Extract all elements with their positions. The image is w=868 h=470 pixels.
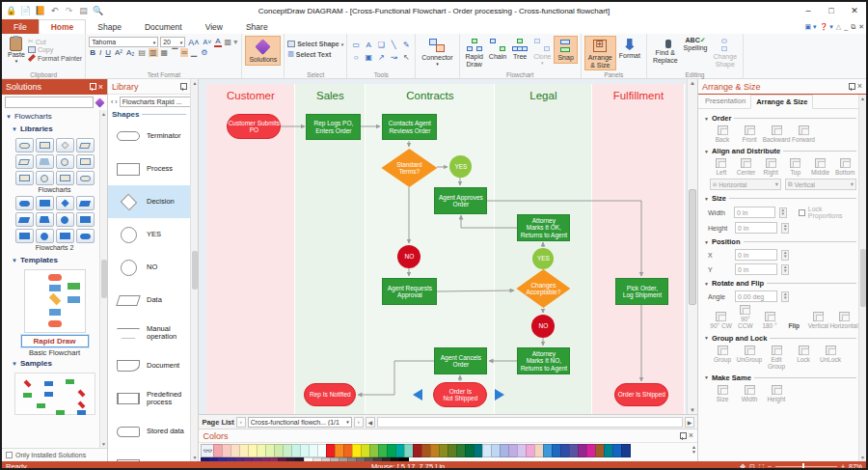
library-item-document[interactable]: Document (108, 349, 198, 382)
tree-button[interactable]: Tree (509, 36, 530, 62)
increase-font-icon[interactable]: A˄ (187, 38, 200, 47)
change-shape-button[interactable]: Change Shape (711, 36, 741, 69)
valign-middle-icon[interactable]: ═ (180, 48, 188, 57)
rotate-90-ccw-button[interactable]: 90° CCW (734, 305, 756, 329)
angle-spinner[interactable]: ▲▼ (781, 291, 789, 302)
vertical-distribute-combo[interactable]: ⧉Vertical▾ (785, 179, 856, 190)
flowchart-node[interactable]: Agent Cancels Order (434, 347, 487, 374)
align-bottom-button[interactable]: Bottom (833, 158, 856, 176)
flowchart-node[interactable]: Agent Approves Order (434, 187, 487, 214)
flip-horizontal-button[interactable]: Horizontal (831, 312, 856, 329)
tab-file[interactable]: File (2, 19, 39, 34)
curve-tool-icon[interactable]: ↝ (388, 51, 399, 63)
only-installed-checkbox[interactable] (6, 452, 13, 458)
library-scrollbar[interactable]: ▲▼ (190, 79, 198, 461)
italic-button[interactable]: I (98, 48, 102, 57)
cloud-icon[interactable]: △ (836, 23, 841, 31)
select-text-button[interactable]: ▥Select Text (287, 50, 343, 58)
library-grid-cell[interactable] (15, 154, 34, 169)
clone-button[interactable]: Clone▾ (530, 36, 554, 67)
flowchart-node[interactable]: NO (397, 245, 420, 268)
flowchart-node[interactable]: Standard Terms? (381, 149, 437, 187)
find-replace-button[interactable]: Find & Replace (650, 36, 681, 65)
flowchart-node[interactable]: Rep Is Notified (304, 383, 356, 406)
underline-button[interactable]: U (104, 48, 112, 57)
flowchart-node[interactable]: Attorney Marks It NO, Returns to Agent (517, 347, 570, 374)
angle-input[interactable]: 0.00 deg (735, 290, 777, 302)
close-icon[interactable]: × (857, 82, 862, 91)
connector-button[interactable]: Connector▾ (419, 36, 455, 68)
bold-button[interactable]: B (89, 48, 96, 57)
rapid-draw-template-button[interactable]: Rapid Draw (21, 335, 89, 347)
height-spinner[interactable]: ▲▼ (781, 223, 789, 234)
align-top-button[interactable]: Top (784, 158, 807, 176)
flowchart-node[interactable]: NO (531, 315, 555, 338)
make_same-size-button[interactable]: Size (710, 385, 735, 402)
order-backward-button[interactable]: Backward (764, 125, 789, 143)
lock-proportions-checkbox[interactable] (799, 209, 805, 216)
flowchart-node[interactable]: Contacts Agent Reviews Order (382, 114, 437, 140)
library-item-manual-operation[interactable]: Manual operation (108, 317, 198, 349)
group-lock-button[interactable]: Lock (791, 346, 816, 370)
color-swatch[interactable] (621, 444, 631, 457)
tab-home[interactable]: Home (39, 19, 87, 34)
text-tool-icon[interactable]: A (363, 39, 374, 50)
decrease-font-icon[interactable]: A˅ (202, 39, 212, 45)
library-grid-cell[interactable] (56, 212, 74, 227)
tree-node-libraries[interactable]: ▼Libraries (2, 123, 107, 135)
library-grid-cell[interactable] (76, 196, 95, 210)
valign-top-icon[interactable]: ▔ (171, 48, 178, 57)
canvas[interactable]: CustomerSalesContractsLegalFulfillment C… (199, 79, 697, 415)
library-shapes-section[interactable]: Shapes▲ (108, 109, 198, 120)
flowchart-node[interactable]: Pick Order, Log Shipment (615, 278, 668, 305)
library-item-data[interactable]: Data (108, 284, 198, 317)
library-grid-cell[interactable] (36, 212, 54, 227)
font-family-combo[interactable]: Tahoma▾ (89, 37, 158, 47)
align-middle-button[interactable]: Middle (809, 158, 832, 176)
align-center-icon[interactable]: ▥ (149, 48, 158, 57)
cut-button[interactable]: ✂Cut (28, 38, 82, 45)
font-size-combo[interactable]: 20▾ (160, 37, 185, 47)
minimize-button[interactable]: – (797, 3, 820, 18)
zoom-select-icon[interactable]: ⊡ (749, 463, 755, 470)
close-button[interactable]: ✕ (843, 3, 866, 18)
tree-node-samples[interactable]: ▼Samples (2, 357, 107, 370)
color-picker-icon[interactable]: 👓 (201, 444, 214, 457)
library-item-yes[interactable]: YES (108, 218, 198, 251)
library-grid-cell[interactable] (56, 229, 74, 243)
rotate-180--button[interactable]: 180 ° (758, 312, 780, 329)
font-color-icon[interactable]: A (214, 37, 221, 47)
library-collection-combo[interactable]: Flowcharts Rapid ...▾ (120, 97, 196, 107)
library-grid-cell[interactable] (36, 171, 54, 185)
width-spinner[interactable]: ▲▼ (779, 207, 787, 218)
pin-icon[interactable] (849, 83, 854, 91)
solutions-search-input[interactable] (5, 97, 94, 108)
tab-presentation[interactable]: Presentation (700, 95, 750, 108)
format-panel-button[interactable]: Format (616, 36, 643, 61)
library-grid-cell[interactable] (76, 138, 95, 152)
pen-tool-icon[interactable]: ✎ (400, 39, 412, 50)
text-settings-icon[interactable]: ⚙ (200, 48, 208, 57)
group-unlock-button[interactable]: UnLock (818, 346, 843, 370)
library-grid-cell[interactable] (76, 171, 95, 185)
zoom-in-icon[interactable]: + (841, 463, 845, 470)
arrange-scrollbar[interactable]: ▲▼ (858, 95, 866, 461)
callout-tool-icon[interactable]: ❏ (375, 39, 387, 50)
library-grid-cell[interactable] (36, 154, 54, 169)
flowchart-node[interactable]: Customer Submits PO (227, 114, 281, 139)
palette-spinner[interactable]: ▲▼ (692, 445, 696, 455)
library-grid-cell[interactable] (36, 229, 54, 243)
pin-icon[interactable] (90, 83, 95, 91)
flowchart-node[interactable]: Attorney Marks It OK, Returns to Agent (517, 214, 570, 241)
maximize-button[interactable]: □ (820, 3, 843, 18)
library-grid-cell[interactable] (36, 138, 54, 152)
flowchart-node[interactable]: Agent Requests Approval (382, 278, 437, 305)
valign-bottom-icon[interactable]: ▁ (190, 48, 198, 57)
zoom-slider[interactable] (775, 466, 837, 467)
align-right-icon[interactable]: ▦ (160, 48, 170, 57)
arrange-size-button[interactable]: Arrange & Size (584, 36, 616, 70)
tree-node-flowcharts[interactable]: ▼Flowcharts (2, 110, 107, 123)
highlight-icon[interactable]: ▩ ▾ (224, 38, 239, 46)
tab-view[interactable]: View (194, 19, 234, 34)
next-page-icon[interactable]: › (354, 417, 364, 428)
